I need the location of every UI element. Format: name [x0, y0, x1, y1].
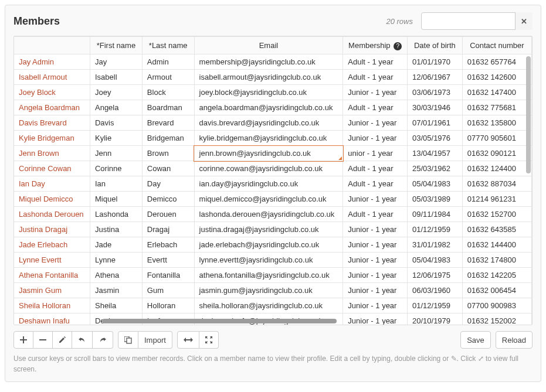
cell-fullname[interactable]: Sheila Holloran — [14, 298, 90, 313]
import-button[interactable]: Import — [138, 331, 172, 349]
cell-first-name[interactable]: Kylie — [90, 131, 142, 146]
col-header-blank[interactable] — [14, 37, 90, 54]
member-link[interactable]: Lynne Evertt — [19, 255, 62, 264]
cell-contact[interactable]: 07700 900983 — [462, 298, 531, 313]
cell-last-name[interactable]: Block — [142, 85, 194, 100]
cell-contact[interactable]: 01632 174800 — [462, 253, 531, 268]
table-row[interactable]: Justina DragajJustinaDragajjustina.draga… — [14, 222, 532, 237]
table-row[interactable]: Athena FontanillaAthenaFontanillaathena.… — [14, 268, 532, 283]
cell-dob[interactable]: 12/06/1967 — [408, 70, 463, 85]
cell-contact[interactable]: 01632 142205 — [462, 268, 531, 283]
member-link[interactable]: Isabell Armout — [19, 73, 67, 81]
cell-fullname[interactable]: Lynne Evertt — [14, 253, 90, 268]
cell-email[interactable]: jade.erlebach@jaysridingclub.co.uk — [194, 237, 343, 253]
cell-fullname[interactable]: Davis Brevard — [14, 115, 90, 131]
cell-contact[interactable]: 01214 961231 — [462, 192, 531, 207]
cell-email[interactable]: davis.brevard@jaysridingclub.co.uk — [194, 115, 343, 131]
cell-email[interactable]: kylie.bridgeman@jaysridingclub.co.uk — [194, 131, 343, 146]
cell-membership[interactable]: Adult - 1 year — [343, 100, 408, 115]
cell-email[interactable]: lynne.evertt@jaysridingclub.co.uk — [194, 253, 343, 268]
cell-fullname[interactable]: Kylie Bridgeman — [14, 131, 90, 146]
table-row[interactable]: Lashonda DerouenLashondaDerouenlashonda.… — [14, 207, 532, 222]
cell-fullname[interactable]: Lashonda Derouen — [14, 207, 90, 222]
member-link[interactable]: Angela Boardman — [19, 103, 80, 112]
cell-last-name[interactable]: Holloran — [142, 298, 194, 313]
cell-fullname[interactable]: Angela Boardman — [14, 100, 90, 115]
member-link[interactable]: Jay Admin — [19, 57, 54, 66]
cell-membership[interactable]: Junior - 1 year — [343, 222, 408, 237]
copy-button[interactable] — [118, 331, 138, 349]
reload-button[interactable]: Reload — [496, 331, 533, 349]
cell-membership[interactable]: Adult - 1 year — [343, 207, 408, 222]
member-link[interactable]: Justina Dragaj — [19, 225, 67, 234]
cell-fullname[interactable]: Deshawn Inafu — [14, 313, 90, 325]
cell-last-name[interactable]: Brevard — [142, 115, 194, 131]
cell-email[interactable]: jenn.brown@jaysridingclub.co.uk — [194, 146, 343, 161]
cell-first-name[interactable]: Lashonda — [90, 207, 142, 222]
cell-contact[interactable]: 07770 905601 — [462, 131, 531, 146]
cell-membership[interactable]: Junior - 1 year — [343, 283, 408, 298]
cell-email[interactable]: joey.block@jaysridingclub.co.uk — [194, 85, 343, 100]
cell-last-name[interactable]: Fontanilla — [142, 268, 194, 283]
cell-membership[interactable]: Junior - 1 year — [343, 85, 408, 100]
cell-last-name[interactable]: Bridgeman — [142, 131, 194, 146]
member-link[interactable]: Ian Day — [19, 179, 45, 188]
cell-first-name[interactable]: Isabell — [90, 70, 142, 85]
cell-dob[interactable]: 01/12/1959 — [408, 222, 463, 237]
vertical-scrollbar[interactable] — [526, 56, 531, 173]
cell-email[interactable]: miquel.demicco@jaysridingclub.co.uk — [194, 192, 343, 207]
col-header-first-name[interactable]: *First name — [90, 37, 142, 54]
fullscreen-button[interactable] — [199, 331, 219, 349]
cell-last-name[interactable]: Day — [142, 176, 194, 192]
cell-membership[interactable]: Junior - 1 year — [343, 268, 408, 283]
cell-first-name[interactable]: Jenn — [90, 146, 142, 161]
table-row[interactable]: Jasmin GumJasminGumjasmin.gum@jaysriding… — [14, 283, 532, 298]
cell-fullname[interactable]: Justina Dragaj — [14, 222, 90, 237]
cell-dob[interactable]: 31/01/1982 — [408, 237, 463, 253]
cell-contact[interactable]: 01632 643585 — [462, 222, 531, 237]
cell-dob[interactable]: 09/11/1984 — [408, 207, 463, 222]
cell-fullname[interactable]: Jenn Brown — [14, 146, 90, 161]
cell-dob[interactable]: 03/06/1973 — [408, 85, 463, 100]
table-row[interactable]: Jenn BrownJennBrownjenn.brown@jaysriding… — [14, 146, 532, 161]
cell-membership[interactable]: Adult - 1 year — [343, 176, 408, 192]
cell-membership[interactable]: Junior - 1 year — [343, 298, 408, 313]
cell-contact[interactable]: 01632 887034 — [462, 176, 531, 192]
member-link[interactable]: Jasmin Gum — [19, 286, 62, 295]
cell-membership[interactable]: Adult - 1 year — [343, 161, 408, 176]
cell-dob[interactable]: 30/03/1946 — [408, 100, 463, 115]
cell-first-name[interactable]: Ian — [90, 176, 142, 192]
remove-button[interactable] — [33, 331, 53, 349]
cell-last-name[interactable]: Admin — [142, 54, 194, 70]
cell-dob[interactable]: 13/04/1957 — [408, 146, 463, 161]
col-header-last-name[interactable]: *Last name — [142, 37, 194, 54]
cell-email[interactable]: sheila.holloran@jaysridingclub.co.uk — [194, 298, 343, 313]
cell-contact[interactable]: 01632 090121 — [462, 146, 531, 161]
table-row[interactable]: Jay AdminJayAdminmembership@jaysridingcl… — [14, 54, 532, 70]
member-link[interactable]: Corinne Cowan — [19, 164, 72, 173]
cell-fullname[interactable]: Corinne Cowan — [14, 161, 90, 176]
table-row[interactable]: Isabell ArmoutIsabellArmoutisabell.armou… — [14, 70, 532, 85]
horizontal-scrollbar[interactable] — [102, 319, 337, 323]
add-button[interactable] — [13, 331, 33, 349]
cell-contact[interactable]: 01632 142600 — [462, 70, 531, 85]
cell-contact[interactable]: 01632 124400 — [462, 161, 531, 176]
cell-email[interactable]: isabell.armout@jaysridingclub.co.uk — [194, 70, 343, 85]
cell-first-name[interactable]: Davis — [90, 115, 142, 131]
cell-membership[interactable]: Junior - 1 year — [343, 192, 408, 207]
cell-first-name[interactable]: Corinne — [90, 161, 142, 176]
table-row[interactable]: Jade ErlebachJadeErlebachjade.erlebach@j… — [14, 237, 532, 253]
save-button[interactable]: Save — [460, 331, 491, 349]
cell-last-name[interactable]: Brown — [142, 146, 194, 161]
member-link[interactable]: Miquel Demicco — [19, 195, 73, 203]
cell-contact[interactable]: 01632 135800 — [462, 115, 531, 131]
cell-last-name[interactable]: Evertt — [142, 253, 194, 268]
table-row[interactable]: Ian DayIanDayian.day@jaysridingclub.co.u… — [14, 176, 532, 192]
cell-email[interactable]: corinne.cowan@jaysridingclub.co.uk — [194, 161, 343, 176]
cell-first-name[interactable]: Lynne — [90, 253, 142, 268]
cell-last-name[interactable]: Erlebach — [142, 237, 194, 253]
cell-first-name[interactable]: Miquel — [90, 192, 142, 207]
cell-dob[interactable]: 01/01/1970 — [408, 54, 463, 70]
cell-dob[interactable]: 05/04/1983 — [408, 176, 463, 192]
member-link[interactable]: Sheila Holloran — [19, 301, 70, 310]
